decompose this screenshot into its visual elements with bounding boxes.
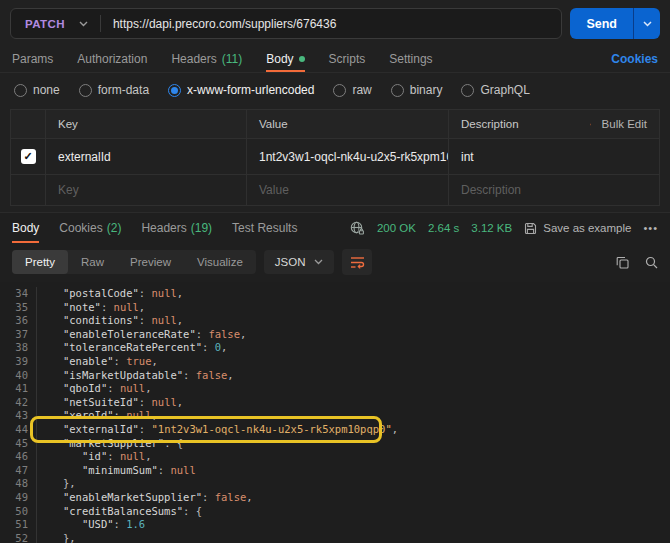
search-icon[interactable] bbox=[645, 256, 658, 269]
radio-icon bbox=[391, 84, 404, 97]
line-number: 46 bbox=[0, 450, 36, 464]
response-view-toolbar: Pretty Raw Preview Visualize JSON bbox=[0, 243, 670, 282]
value-placeholder-input[interactable]: Value bbox=[246, 175, 448, 205]
code-line-50: 50 "creditBalanceSums": { bbox=[0, 505, 670, 519]
line-content: "id": null, bbox=[36, 450, 152, 464]
save-as-example-button[interactable]: Save as example bbox=[524, 222, 631, 235]
table-header-row: Key Value Description ••• Bulk Edit bbox=[11, 110, 659, 139]
line-number: 40 bbox=[0, 369, 36, 383]
line-number: 37 bbox=[0, 328, 36, 342]
format-dropdown[interactable]: JSON bbox=[264, 250, 335, 274]
response-tab-body[interactable]: Body bbox=[12, 213, 39, 243]
mode-label: form-data bbox=[98, 83, 149, 97]
response-more-options-icon[interactable]: ••• bbox=[643, 222, 658, 234]
key-column-header: Key bbox=[45, 110, 246, 138]
tab-label: Scripts bbox=[329, 52, 366, 66]
tab-label: Settings bbox=[389, 52, 432, 66]
line-content: "postalCode": null, bbox=[36, 287, 183, 301]
key-placeholder-input[interactable]: Key bbox=[45, 175, 246, 205]
chevron-down-icon bbox=[79, 21, 88, 27]
response-tab-cookies[interactable]: Cookies (2) bbox=[59, 213, 121, 243]
url-input[interactable]: https://dapi.precoro.com/suppliers/67643… bbox=[101, 17, 336, 31]
radio-icon bbox=[461, 84, 474, 97]
view-visualize-tab[interactable]: Visualize bbox=[184, 250, 256, 274]
bulk-edit-button[interactable]: Bulk Edit bbox=[602, 118, 647, 130]
code-line-46: 46 "id": null, bbox=[0, 450, 670, 464]
value-column-header: Value bbox=[246, 110, 448, 138]
mode-raw[interactable]: raw bbox=[333, 83, 371, 97]
view-raw-tab[interactable]: Raw bbox=[68, 250, 117, 274]
method-dropdown[interactable]: PATCH bbox=[11, 18, 100, 30]
line-content: "toleranceRatePercent": 0, bbox=[36, 341, 227, 355]
view-preview-tab[interactable]: Preview bbox=[117, 250, 184, 274]
line-number: 43 bbox=[0, 409, 36, 423]
tab-params[interactable]: Params bbox=[12, 45, 53, 72]
more-options-icon[interactable]: ••• bbox=[590, 118, 592, 130]
code-line-43: 43 "xeroId": null, bbox=[0, 409, 670, 423]
method-label: PATCH bbox=[25, 18, 65, 30]
line-content: "marketSupplier": { bbox=[36, 437, 183, 451]
line-number: 41 bbox=[0, 382, 36, 396]
code-line-44: 44 "externalId": "1nt2v3w1-oqcl-nk4u-u2x… bbox=[0, 423, 670, 437]
line-number: 49 bbox=[0, 491, 36, 505]
code-line-36: 36 "conditions": null, bbox=[0, 314, 670, 328]
response-tab-headers[interactable]: Headers (19) bbox=[141, 213, 212, 243]
response-time[interactable]: 2.64 s bbox=[428, 222, 459, 234]
response-tab-test-results[interactable]: Test Results bbox=[232, 213, 297, 243]
tab-scripts[interactable]: Scripts bbox=[329, 45, 366, 72]
send-label[interactable]: Send bbox=[570, 8, 633, 39]
tab-authorization[interactable]: Authorization bbox=[77, 45, 147, 72]
response-section: Body Cookies (2) Headers (19) Test Resul… bbox=[0, 212, 670, 543]
line-number: 47 bbox=[0, 464, 36, 478]
tab-settings[interactable]: Settings bbox=[389, 45, 432, 72]
param-value-cell[interactable]: 1nt2v3w1-oqcl-nk4u-u2x5-rk5xpm10pqp0 bbox=[246, 139, 448, 174]
mode-graphql[interactable]: GraphQL bbox=[461, 83, 529, 97]
tab-headers[interactable]: Headers (11) bbox=[171, 45, 242, 72]
line-number: 38 bbox=[0, 341, 36, 355]
network-globe-lock-icon[interactable] bbox=[350, 221, 365, 235]
url-field[interactable]: PATCH https://dapi.precoro.com/suppliers… bbox=[10, 8, 562, 39]
request-bar: PATCH https://dapi.precoro.com/suppliers… bbox=[0, 0, 670, 45]
tab-label: Body bbox=[12, 221, 39, 235]
param-key-cell[interactable]: externalId bbox=[45, 139, 246, 174]
param-description-cell[interactable]: int bbox=[448, 139, 659, 174]
mode-x-www-form-urlencoded[interactable]: x-www-form-urlencoded bbox=[168, 83, 314, 97]
code-line-38: 38 "toleranceRatePercent": 0, bbox=[0, 341, 670, 355]
mode-label: x-www-form-urlencoded bbox=[187, 83, 314, 97]
cookies-link[interactable]: Cookies bbox=[611, 52, 658, 66]
radio-icon bbox=[14, 84, 27, 97]
code-line-34: 34 "postalCode": null, bbox=[0, 287, 670, 301]
urlencoded-params-table: Key Value Description ••• Bulk Edit ✓ ex… bbox=[10, 109, 660, 206]
line-content: "enable": true, bbox=[36, 355, 158, 369]
mode-none[interactable]: none bbox=[14, 83, 60, 97]
wrap-lines-button[interactable] bbox=[342, 249, 372, 275]
response-meta: 200 OK 2.64 s 3.12 KB Save as example ••… bbox=[350, 221, 658, 235]
tab-label: Cookies bbox=[59, 221, 102, 235]
copy-icon[interactable] bbox=[616, 256, 629, 269]
response-body-json[interactable]: 34 "postalCode": null,35 "note": null,36… bbox=[0, 282, 670, 543]
response-size[interactable]: 3.12 KB bbox=[471, 222, 512, 234]
send-button[interactable]: Send bbox=[570, 8, 660, 39]
body-has-content-dot bbox=[299, 56, 305, 62]
mode-binary[interactable]: binary bbox=[391, 83, 443, 97]
line-number: 35 bbox=[0, 301, 36, 315]
status-badge[interactable]: 200 OK bbox=[377, 222, 416, 234]
tab-body[interactable]: Body bbox=[266, 45, 304, 72]
tab-label: Headers bbox=[141, 221, 186, 235]
chevron-down-icon bbox=[643, 21, 652, 27]
tab-label: Params bbox=[12, 52, 53, 66]
line-number: 50 bbox=[0, 505, 36, 519]
tab-label: Headers bbox=[171, 52, 216, 66]
bulk-edit-area: ••• Bulk Edit bbox=[590, 110, 659, 138]
tab-label: Body bbox=[266, 52, 293, 66]
table-row: ✓ externalId 1nt2v3w1-oqcl-nk4u-u2x5-rk5… bbox=[11, 139, 659, 175]
description-placeholder-input[interactable]: Description bbox=[448, 175, 659, 205]
code-line-40: 40 "isMarketUpdatable": false, bbox=[0, 369, 670, 383]
row-checkbox-checked[interactable]: ✓ bbox=[21, 149, 36, 164]
view-pretty-tab[interactable]: Pretty bbox=[12, 250, 68, 274]
code-line-41: 41 "qboId": null, bbox=[0, 382, 670, 396]
line-number: 39 bbox=[0, 355, 36, 369]
mode-form-data[interactable]: form-data bbox=[79, 83, 149, 97]
send-options-button[interactable] bbox=[634, 8, 660, 39]
tab-label: Test Results bbox=[232, 221, 297, 235]
